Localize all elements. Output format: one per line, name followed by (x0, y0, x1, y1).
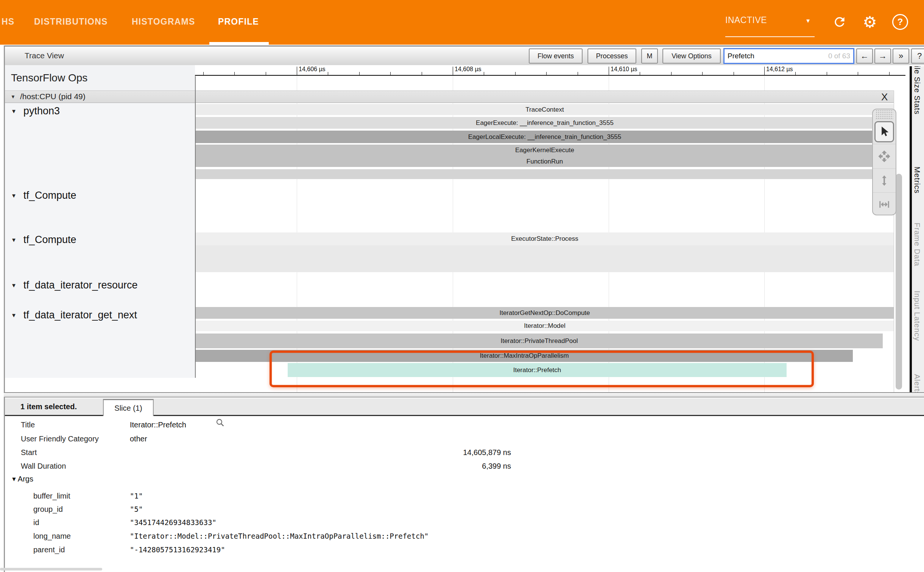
expander-triangle-icon: ▼ (11, 192, 17, 199)
trace-band[interactable] (196, 169, 894, 179)
sidebar-tab-input-latency[interactable]: Input Latency (913, 291, 921, 341)
palette-grip-handle[interactable] (875, 109, 893, 119)
tab-histograms[interactable]: HISTOGRAMS (132, 17, 195, 27)
horizontal-scrollbar[interactable] (0, 568, 102, 570)
active-tab-underline (209, 42, 269, 45)
gear-icon[interactable]: ⚙ (862, 14, 878, 30)
detail-row-wall-duration: Wall Duration6,399 ns (5, 460, 924, 472)
thread-group-label: tf_data_iterator_get_next (23, 309, 137, 321)
trace-event-bar[interactable]: IteratorGetNextOp::DoCompute (196, 307, 894, 319)
arg-value: "1" (130, 492, 143, 500)
right-sidebar: File Size StatsMetricsFrame DataInput La… (912, 66, 924, 392)
ruler-minor-tick (515, 72, 516, 75)
expand-button[interactable]: » (893, 48, 909, 64)
pan-tool[interactable] (873, 144, 896, 169)
thread-group-label: tf_data_iterator_resource (23, 279, 138, 291)
trace-event-bar[interactable]: ExecutorState::Process (196, 232, 894, 245)
sidebar-tab-frame-data[interactable]: Frame Data (913, 223, 921, 267)
help-icon[interactable]: ? (892, 14, 908, 30)
arg-value: "Iterator::Model::PrivateThreadPool::Max… (130, 532, 428, 540)
view-options-button[interactable]: View Options (662, 48, 721, 64)
trace-event-bar[interactable]: Iterator::Prefetch (288, 363, 787, 377)
arg-value: "-1428057513162923419" (130, 546, 225, 554)
zoom-tool[interactable] (873, 169, 896, 193)
detail-value: other (130, 435, 147, 443)
refresh-icon[interactable] (831, 14, 848, 30)
run-state-dropdown[interactable]: INACTIVE ▼ (725, 15, 816, 25)
tab-distributions[interactable]: DISTRIBUTIONS (34, 17, 108, 27)
magnifier-icon[interactable] (215, 418, 225, 429)
search-value: Prefetch (725, 52, 828, 60)
ruler-minor-tick (578, 72, 578, 75)
tab-profile[interactable]: PROFILE (218, 17, 259, 27)
trace-event-bar[interactable]: Iterator::Model (196, 321, 894, 331)
ruler-major-tick (453, 67, 453, 75)
vertical-scrollbar[interactable] (896, 174, 902, 390)
args-triangle-icon: ▼ (11, 476, 17, 483)
ruler-minor-tick (484, 72, 484, 75)
trace-band[interactable] (196, 245, 894, 272)
arg-row-group_id: group_id"5" (5, 503, 924, 515)
ruler-minor-tick (546, 72, 547, 75)
pan-arrows-icon (878, 150, 891, 163)
prev-result-button[interactable]: ← (856, 48, 873, 64)
trace-event-bar[interactable]: EagerLocalExecute: __inference_train_fun… (196, 131, 894, 143)
timing-tool[interactable] (873, 193, 896, 215)
ruler-minor-tick (203, 72, 204, 75)
expander-triangle-icon: ▼ (11, 282, 17, 288)
help-button[interactable]: ? (911, 48, 924, 64)
ruler-major-tick (609, 67, 609, 75)
tab-hs[interactable]: HS (2, 17, 14, 27)
processes-button[interactable]: Processes (587, 48, 636, 64)
trace-event-bar[interactable]: EagerKernelExecute (196, 145, 894, 156)
search-input[interactable]: Prefetch 0 of 63 (723, 48, 854, 64)
sidebar-tab-file-size-stats[interactable]: File Size Stats (913, 66, 921, 115)
ruler-minor-tick (234, 72, 235, 75)
thread-group-tf_data_iterator_resource[interactable]: ▼tf_data_iterator_resource (5, 278, 194, 292)
thread-group-label: python3 (23, 105, 60, 117)
detail-value: Iterator::Prefetch (130, 421, 186, 429)
sidebar-tab-alerts[interactable]: Alerts (913, 374, 921, 392)
process-group-header[interactable]: ▼ /host:CPU (pid 49) X (5, 90, 894, 103)
ruler-minor-tick (328, 72, 328, 75)
trace-canvas[interactable]: ▼ /host:CPU (pid 49) X ▼python3▼tf_Compu… (5, 76, 924, 392)
ruler-minor-tick (734, 72, 734, 75)
expander-triangle-icon: ▼ (11, 237, 17, 243)
panel-resize-handle[interactable] (4, 393, 924, 397)
args-toggle[interactable]: ▼Args (11, 475, 33, 483)
thread-group-tf_data_iterator_get_next[interactable]: ▼tf_data_iterator_get_next (5, 308, 194, 322)
tensorboard-profile-window: HSDISTRIBUTIONSHISTOGRAMSPROFILE INACTIV… (0, 0, 924, 572)
thread-group-tf_Compute[interactable]: ▼tf_Compute (5, 233, 194, 246)
sidebar-tab-metrics[interactable]: Metrics (913, 167, 921, 193)
detail-row-user-friendly-category: User Friendly Categoryother (5, 433, 924, 444)
next-result-button[interactable]: → (874, 48, 891, 64)
arg-key: group_id (33, 505, 63, 514)
tab-slice[interactable]: Slice (1) (103, 399, 154, 416)
ruler-minor-tick (827, 72, 827, 75)
thread-group-python3[interactable]: ▼python3 (5, 104, 194, 118)
ruler-minor-tick (889, 72, 890, 75)
close-icon[interactable]: X (881, 91, 888, 103)
trace-event-bar[interactable]: FunctionRun (196, 156, 894, 167)
process-group-label: /host:CPU (pid 49) (20, 92, 86, 101)
ruler-minor-tick (390, 72, 391, 75)
trace-event-bar[interactable]: Iterator::PrivateThreadPool (196, 334, 883, 348)
trace-event-bar[interactable]: TraceContext (196, 104, 894, 115)
select-tool[interactable] (873, 119, 896, 144)
ruler-tick-label: 14,606 µs (299, 66, 326, 73)
arg-key: parent_id (33, 546, 65, 554)
cursor-arrow-icon (879, 126, 889, 137)
trace-event-bar[interactable]: EagerExecute: __inference_train_function… (196, 117, 894, 129)
horizontal-span-icon (878, 199, 891, 210)
trace-event-bar[interactable]: Iterator::MaxIntraOpParallelism (196, 350, 853, 362)
detail-label: Wall Duration (21, 462, 66, 471)
tensorflow-ops-section[interactable]: TensorFlow Ops (5, 65, 195, 90)
arg-row-long_name: long_name"Iterator::Model::PrivateThread… (5, 530, 924, 542)
thread-group-tf_Compute[interactable]: ▼tf_Compute (5, 189, 194, 202)
flow-events-button[interactable]: Flow events (529, 48, 583, 64)
m-button[interactable]: M (641, 48, 658, 64)
selection-status: 1 item selected. (20, 402, 77, 411)
trace-view-toolbar: Trace View Flow eventsProcessesMView Opt… (5, 47, 924, 65)
ruler-baseline (195, 75, 905, 76)
trace-tool-palette (872, 109, 896, 215)
